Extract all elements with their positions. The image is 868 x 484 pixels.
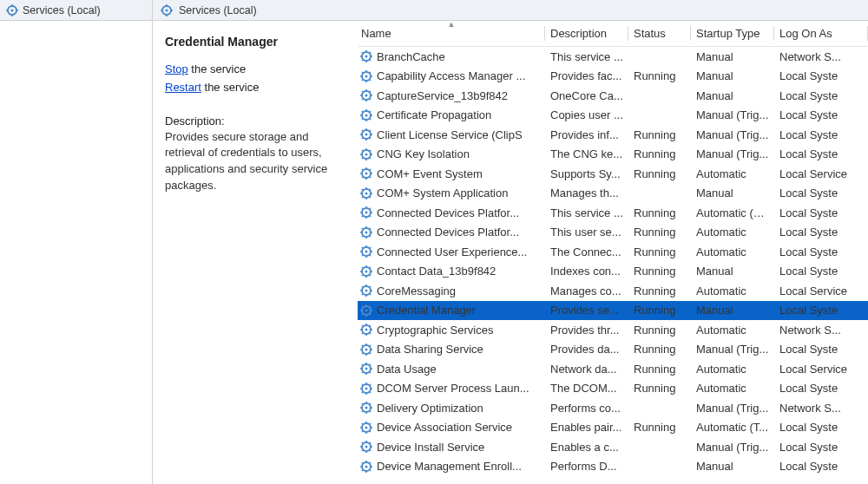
service-row[interactable]: COM+ System ApplicationManages th...Manu…: [358, 184, 868, 204]
svg-line-61: [362, 138, 364, 140]
cell-logon-text: Local Syste: [779, 343, 838, 356]
cell-description-text: OneCore Ca...: [550, 89, 623, 102]
column-header-status[interactable]: Status: [628, 21, 691, 46]
svg-point-13: [365, 56, 368, 58]
cell-description-text: Provides da...: [550, 343, 620, 356]
svg-line-150: [370, 306, 372, 308]
cell-startup-text: Manual (Trig...: [696, 108, 768, 121]
column-header-logon[interactable]: Log On As: [774, 21, 868, 46]
service-row[interactable]: CoreMessagingManages co...RunningAutomat…: [358, 281, 868, 301]
cell-logon-text: Local Syste: [779, 128, 838, 141]
cell-description: OneCore Ca...: [545, 89, 628, 102]
cell-startup-text: Manual (Trig...: [696, 441, 768, 454]
svg-line-211: [362, 430, 364, 432]
svg-line-171: [362, 352, 364, 354]
cell-logon-text: Local Syste: [779, 69, 838, 82]
cell-startup: Manual: [691, 89, 774, 102]
nav-tree-item-services-local[interactable]: Services (Local): [0, 0, 152, 21]
cell-logon: Local Syste: [774, 343, 868, 356]
cell-startup-text: Manual (Trig...: [696, 402, 768, 415]
service-row[interactable]: DCOM Server Process Laun...The DCOM...Ru…: [358, 379, 868, 399]
svg-line-181: [362, 372, 364, 374]
svg-line-128: [362, 267, 364, 269]
svg-line-108: [362, 228, 364, 230]
cell-startup-text: Automatic: [696, 382, 746, 395]
svg-line-209: [370, 430, 372, 432]
svg-point-173: [365, 368, 368, 370]
service-row[interactable]: Certificate PropagationCopies user ...Ma…: [358, 106, 868, 126]
svg-line-18: [362, 52, 364, 54]
services-icon: [160, 3, 174, 17]
service-row[interactable]: Device Management Enroll...Performs D...…: [358, 457, 868, 477]
gear-icon: [359, 88, 373, 102]
column-header-description[interactable]: Description: [545, 21, 628, 46]
service-row[interactable]: Connected User Experience...The Connec..…: [358, 242, 868, 262]
cell-status: Running: [628, 324, 691, 337]
gear-icon: [359, 460, 373, 474]
cell-status: Running: [628, 167, 691, 180]
restart-suffix: the service: [201, 81, 259, 94]
service-row[interactable]: Cryptographic ServicesProvides thr...Run…: [358, 320, 868, 340]
svg-line-120: [370, 247, 372, 249]
column-header-startup[interactable]: Startup Type: [691, 21, 774, 46]
service-row[interactable]: Connected Devices Platfor...This user se…: [358, 223, 868, 243]
cell-description: Copies user ...: [545, 108, 628, 121]
cell-name: BranchCache: [358, 49, 545, 63]
cell-description-text: Network da...: [550, 363, 617, 376]
service-row[interactable]: BranchCacheThis service ...ManualNetwork…: [358, 47, 868, 67]
svg-line-58: [362, 130, 364, 132]
gear-icon: [359, 284, 373, 298]
gear-icon: [359, 147, 373, 161]
service-row[interactable]: Credential ManagerProvides se...RunningM…: [358, 301, 868, 321]
service-name: Cryptographic Services: [377, 324, 493, 337]
svg-point-133: [365, 290, 368, 292]
service-row[interactable]: Capability Access Manager ...Provides fa…: [358, 67, 868, 87]
service-name: Contact Data_13b9f842: [377, 265, 496, 278]
service-row[interactable]: CNG Key IsolationThe CNG ke...RunningMan…: [358, 145, 868, 165]
service-row[interactable]: COM+ Event SystemSupports Sy...RunningAu…: [358, 164, 868, 184]
restart-link[interactable]: Restart: [165, 81, 201, 94]
cell-description-text: This service ...: [550, 206, 623, 219]
service-row[interactable]: Device Association ServiceEnables pair..…: [358, 418, 868, 438]
service-name: Device Association Service: [377, 421, 512, 434]
cell-startup-text: Manual: [696, 460, 733, 473]
service-row[interactable]: Delivery OptimizationPerforms co...Manua…: [358, 398, 868, 418]
cell-logon-text: Local Syste: [779, 226, 838, 239]
cell-logon: Local Syste: [774, 108, 868, 121]
svg-line-39: [370, 99, 372, 101]
cell-status-text: Running: [634, 69, 675, 82]
service-row[interactable]: CaptureService_13b9f842OneCore Ca...Manu…: [358, 86, 868, 106]
svg-point-73: [365, 173, 368, 175]
svg-point-183: [365, 387, 368, 389]
service-row[interactable]: Contact Data_13b9f842Indexes con...Runni…: [358, 262, 868, 282]
cell-logon: Network S...: [774, 50, 868, 63]
services-mmc-root: Services (Local) Services (Local) Cre: [0, 0, 868, 484]
column-header-name[interactable]: Name ▲: [358, 21, 545, 46]
svg-line-99: [370, 216, 372, 218]
cell-startup: Automatic (D...: [691, 206, 774, 219]
gear-icon: [359, 265, 373, 278]
cell-description-text: This user se...: [550, 226, 621, 239]
service-row[interactable]: Device Install ServiceEnables a c...Manu…: [358, 437, 868, 457]
svg-line-29: [370, 79, 372, 81]
cell-name: Client License Service (ClipS: [358, 128, 545, 141]
svg-line-199: [370, 411, 372, 413]
cell-logon-text: Local Syste: [779, 186, 838, 199]
stop-link[interactable]: Stop: [165, 62, 188, 75]
cell-description-text: Manages co...: [550, 285, 621, 298]
svg-line-228: [362, 462, 364, 464]
service-row[interactable]: Client License Service (ClipSProvides in…: [358, 125, 868, 145]
svg-line-151: [362, 313, 364, 315]
gear-icon: [359, 49, 373, 63]
service-row[interactable]: Data UsageNetwork da...RunningAutomaticL…: [358, 359, 868, 379]
cell-name: Delivery Optimization: [358, 401, 545, 415]
cell-description: The CNG ke...: [545, 147, 628, 160]
service-row[interactable]: Connected Devices Platfor...This service…: [358, 203, 868, 223]
svg-line-121: [362, 255, 364, 257]
cell-name: Device Management Enroll...: [358, 460, 545, 474]
services-rows[interactable]: BranchCacheThis service ...ManualNetwork…: [358, 47, 868, 484]
service-actions: Stop the service Restart the service: [165, 61, 345, 97]
cell-startup: Automatic: [691, 285, 774, 298]
service-row[interactable]: Data Sharing ServiceProvides da...Runnin…: [358, 340, 868, 360]
service-name: Connected Devices Platfor...: [377, 206, 519, 219]
